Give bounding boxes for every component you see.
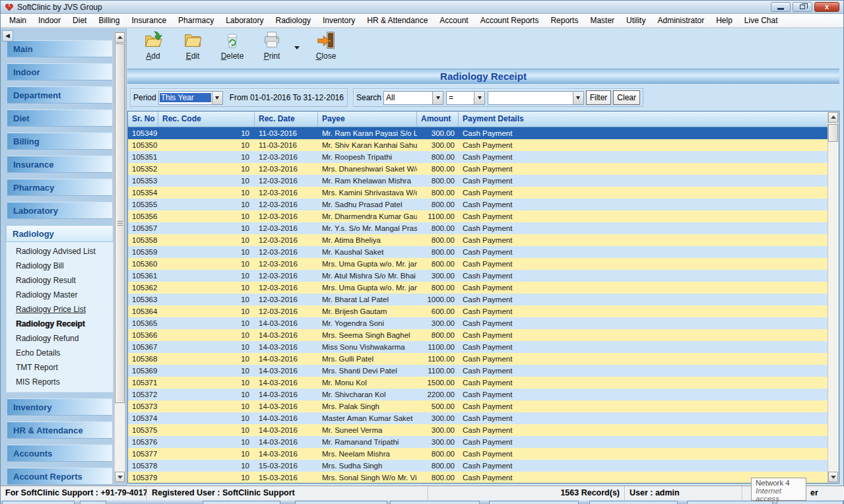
- menu-item-live-chat[interactable]: Live Chat: [738, 15, 784, 26]
- table-row[interactable]: 1053691014-03-2016Mrs. Shanti Devi Patel…: [128, 365, 839, 377]
- table-row[interactable]: 1053721014-03-2016Mr. Shivcharan Kol2200…: [128, 389, 839, 400]
- minimize-button[interactable]: [771, 2, 791, 12]
- menu-item-inventory[interactable]: Inventory: [317, 15, 361, 26]
- menu-item-pharmacy[interactable]: Pharmacy: [172, 15, 220, 26]
- taskbar-button[interactable]: [80, 501, 106, 504]
- column-header-payee[interactable]: Payee: [318, 111, 417, 127]
- combo-dropdown-icon[interactable]: [474, 92, 484, 104]
- clear-button[interactable]: Clear: [613, 90, 640, 105]
- delete-button[interactable]: Delete: [215, 30, 249, 65]
- sidebar-item-radiology-master[interactable]: Radiology Master: [7, 288, 113, 302]
- sidebar-item-radiology-bill[interactable]: Radiology Bill: [7, 259, 113, 273]
- menu-item-indoor[interactable]: Indoor: [32, 15, 67, 26]
- taskbar-button[interactable]: [489, 501, 579, 504]
- sidebar-section-department[interactable]: Department: [7, 86, 112, 104]
- taskbar-button[interactable]: [2, 501, 75, 504]
- menu-item-account[interactable]: Account: [434, 15, 474, 26]
- table-row[interactable]: 1053671014-03-2016Miss Sonu Vishwakarma1…: [128, 341, 839, 353]
- sidebar-section-account-reports[interactable]: Account Reports: [7, 468, 112, 485]
- combo-dropdown-icon[interactable]: [212, 92, 222, 104]
- table-row[interactable]: 1053571012-03-2016Mr. Y.s. S/o Mr. Manga…: [128, 222, 839, 234]
- operator-combo[interactable]: =: [446, 91, 485, 105]
- scroll-up-button[interactable]: [115, 32, 125, 43]
- table-row[interactable]: 1053651014-03-2016Mr. Yogendra Soni300.0…: [128, 317, 839, 329]
- menu-item-reports[interactable]: Reports: [544, 15, 584, 26]
- menu-item-account-reports[interactable]: Account Reports: [474, 15, 545, 26]
- table-row[interactable]: 1053751014-03-2016Mr. Suneel Verma300.00…: [128, 424, 839, 436]
- menu-item-hr-attendance[interactable]: HR & Attendance: [361, 15, 434, 26]
- table-row[interactable]: 1053581012-03-2016Mr. Atima Bheliya800.0…: [128, 234, 839, 246]
- print-dropdown-button[interactable]: [294, 30, 304, 65]
- grid-scrollbar[interactable]: [828, 111, 839, 483]
- scroll-down-button[interactable]: [115, 472, 125, 482]
- close-window-button[interactable]: Close: [309, 30, 343, 65]
- combo-dropdown-icon[interactable]: [573, 92, 583, 104]
- table-row[interactable]: 1053761014-03-2016Mr. Ramanand Tripathi3…: [128, 436, 839, 448]
- restore-button[interactable]: [793, 2, 812, 12]
- print-button[interactable]: Print: [255, 30, 289, 65]
- table-row[interactable]: 1053741014-03-2016Master Aman Kumar Sake…: [128, 412, 839, 424]
- menu-item-diet[interactable]: Diet: [67, 15, 92, 26]
- sidebar-section-accounts[interactable]: Accounts: [7, 445, 112, 462]
- table-row[interactable]: 1053621012-03-2016Mrs. Uma Gupta w/o. Mr…: [128, 282, 839, 294]
- close-button[interactable]: x: [814, 2, 839, 12]
- table-row[interactable]: 1053561012-03-2016Mr. Dharmendra Kumar G…: [128, 210, 839, 222]
- sidebar-section-insurance[interactable]: Insurance: [7, 156, 112, 173]
- sidebar-item-radiology-refund[interactable]: Radiology Refund: [7, 331, 113, 346]
- menu-item-help[interactable]: Help: [710, 15, 738, 26]
- sidebar-scrollbar[interactable]: [114, 32, 125, 483]
- combo-dropdown-icon[interactable]: [432, 92, 443, 104]
- taskbar-button[interactable]: [295, 501, 387, 504]
- sidebar-item-radiology-advised-list[interactable]: Radiology Advised List: [7, 244, 113, 259]
- sidebar-section-billing[interactable]: Billing: [7, 133, 112, 150]
- column-header-amount[interactable]: Amount: [417, 111, 459, 127]
- menu-item-laboratory[interactable]: Laboratory: [220, 15, 269, 26]
- menu-item-utility[interactable]: Utility: [620, 15, 651, 26]
- table-row[interactable]: 1053611012-03-2016Mr. Atul Mishra S/o Mr…: [128, 270, 839, 282]
- table-row[interactable]: 1053791015-03-2016Mrs. Sonal Singh W/o M…: [128, 472, 839, 483]
- table-row[interactable]: 1053731014-03-2016Mrs. Palak Singh500.00…: [128, 400, 839, 412]
- period-combo[interactable]: This Year: [158, 91, 223, 105]
- table-row[interactable]: 1053641012-03-2016Mr. Brijesh Gautam600.…: [128, 305, 839, 317]
- table-row[interactable]: 1053781015-03-2016Mrs. Sudha Singh800.00…: [128, 460, 839, 472]
- menu-item-administrator[interactable]: Administrator: [651, 15, 710, 26]
- sidebar-item-tmt-report[interactable]: TMT Report: [7, 360, 113, 375]
- sidebar-section-inventory[interactable]: Inventory: [7, 398, 112, 416]
- app-heart-icon[interactable]: [5, 3, 14, 12]
- sidebar-item-radiology-price-list[interactable]: Radiology Price List: [7, 302, 113, 317]
- table-row[interactable]: 1053491011-03-2016Mr. Ram Karan Payasi S…: [128, 127, 839, 139]
- taskbar-button[interactable]: [203, 501, 280, 504]
- table-row[interactable]: 1053591012-03-2016Mr. Kaushal Saket800.0…: [128, 246, 839, 258]
- table-row[interactable]: 1053531012-03-2016Mr. Ram Khelawan Mishr…: [128, 175, 839, 187]
- table-row[interactable]: 1053521012-03-2016Mrs. Dhaneshwari Saket…: [128, 163, 839, 175]
- taskbar-button[interactable]: [589, 501, 678, 504]
- add-button[interactable]: Add: [136, 30, 170, 65]
- sidebar-section-diet[interactable]: Diet: [7, 110, 112, 127]
- sidebar-section-hr-attendance[interactable]: HR & Attendance: [7, 422, 112, 439]
- sidebar-item-radiology-receipt[interactable]: Radiology Receipt: [7, 317, 113, 331]
- taskbar-button[interactable]: [390, 501, 480, 504]
- table-row[interactable]: 1053711014-03-2016Mr. Monu Kol1500.00Cas…: [128, 377, 839, 389]
- sidebar-section-main[interactable]: Main: [7, 40, 112, 57]
- edit-button[interactable]: Edit: [176, 30, 210, 65]
- scrollbar-thumb[interactable]: [115, 44, 125, 403]
- scroll-down-button[interactable]: [828, 472, 838, 482]
- table-row[interactable]: 1053661014-03-2016Mrs. Seema Singh Baghe…: [128, 329, 839, 341]
- sidebar-item-radiology-result[interactable]: Radiology Result: [7, 273, 113, 288]
- sidebar-section-radiology[interactable]: Radiology: [6, 225, 114, 242]
- menu-item-master[interactable]: Master: [584, 15, 620, 26]
- table-row[interactable]: 1053631012-03-2016Mr. Bharat Lal Patel10…: [128, 294, 839, 305]
- column-header-rec-code[interactable]: Rec. Code: [158, 111, 255, 127]
- scrollbar-thumb[interactable]: [828, 124, 838, 142]
- menu-item-radiology[interactable]: Radiology: [270, 15, 317, 26]
- sidebar-section-indoor[interactable]: Indoor: [7, 63, 112, 80]
- search-value-combo[interactable]: [488, 91, 583, 105]
- column-header-rec-date[interactable]: Rec. Date: [255, 111, 318, 127]
- table-row[interactable]: 1053601012-03-2016Mrs. Uma Gupta w/o. Mr…: [128, 258, 839, 270]
- column-header-payment-details[interactable]: Payment Details: [459, 111, 839, 127]
- column-header-sr-no[interactable]: Sr. No: [128, 111, 158, 127]
- sidebar-collapse-button[interactable]: ◀: [2, 30, 13, 42]
- filter-button[interactable]: Filter: [586, 90, 612, 105]
- sidebar-section-pharmacy[interactable]: Pharmacy: [7, 179, 112, 196]
- sidebar-item-echo-details[interactable]: Echo Details: [7, 346, 113, 360]
